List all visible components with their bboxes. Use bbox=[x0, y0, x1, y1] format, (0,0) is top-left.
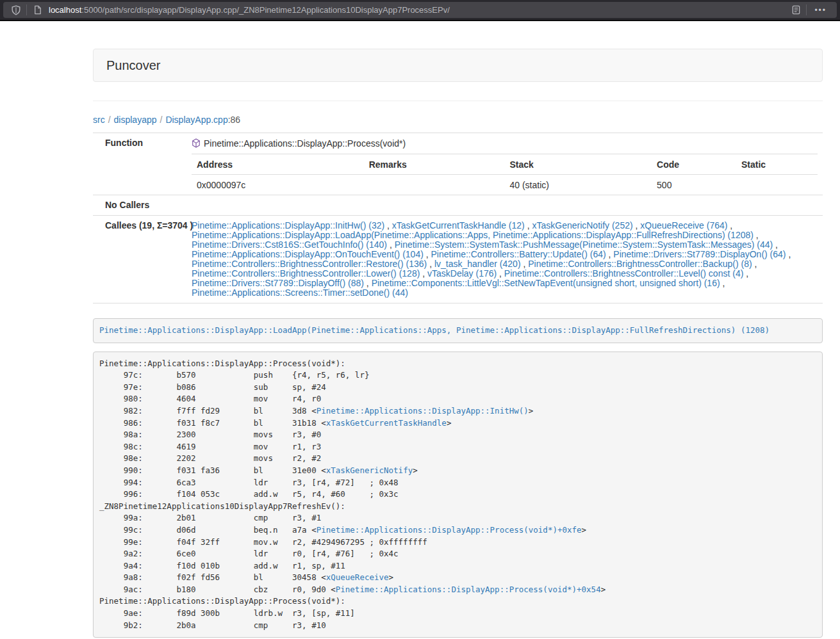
callee-link[interactable]: xTaskGenericNotify (252) bbox=[532, 220, 632, 231]
callee-link[interactable]: Pinetime::Controllers::BrightnessControl… bbox=[192, 268, 420, 279]
callee-separator: , bbox=[743, 268, 748, 279]
page-container: Puncover src/displayapp/DisplayApp.cpp:8… bbox=[93, 49, 823, 638]
callee-link[interactable]: Pinetime::Components::LittleVgl::SetNewT… bbox=[372, 278, 720, 288]
code-line: 9ae: f89d 300b ldrb.w r3, [sp, #11] bbox=[99, 608, 816, 620]
function-name-cell: Pinetime::Applications::DisplayApp::Proc… bbox=[186, 133, 823, 154]
url-host: localhost bbox=[49, 5, 81, 15]
callee-link[interactable]: Pinetime::Drivers::Cst816S::GetTouchInfo… bbox=[192, 239, 387, 250]
breadcrumb-link-src[interactable]: src bbox=[93, 115, 105, 125]
url-bar[interactable]: localhost:5000/path/src/displayapp/Displ… bbox=[3, 2, 837, 18]
callee-link[interactable]: lv_task_handler (420) bbox=[434, 259, 521, 269]
browser-toolbar: localhost:5000/path/src/displayapp/Displ… bbox=[0, 0, 840, 21]
no-callers-cell bbox=[186, 195, 823, 216]
code-line: 97c: b570 push {r4, r5, r6, lr} bbox=[99, 369, 816, 382]
table-row-no-callers: No Callers bbox=[93, 195, 823, 216]
code-symbol-link[interactable]: xQueueReceive bbox=[326, 572, 389, 582]
url-path: :5000/path/src/displayapp/DisplayApp.cpp… bbox=[81, 5, 450, 15]
callee-link[interactable]: Pinetime::Applications::DisplayApp::Init… bbox=[192, 220, 384, 231]
stats-table: Address Remarks Stack Code Static 0x0000… bbox=[192, 154, 818, 195]
callee-separator: , bbox=[521, 259, 529, 269]
callee-separator: , bbox=[633, 220, 641, 231]
callee-separator: , bbox=[384, 220, 392, 231]
code-symbol-link[interactable]: Pinetime::Applications::DisplayApp::Proc… bbox=[336, 585, 601, 594]
col-address: Address bbox=[192, 154, 364, 175]
table-row-callees: Callees (19, Σ=3704 ) Pinetime::Applicat… bbox=[93, 216, 823, 303]
breadcrumb-separator: / bbox=[157, 115, 166, 125]
callee-separator: , bbox=[387, 239, 395, 250]
callee-link[interactable]: vTaskDelay (176) bbox=[427, 268, 497, 279]
callee-separator: , bbox=[752, 259, 757, 269]
code-line: 996: f104 053c add.w r5, r4, #60 ; 0x3c bbox=[99, 489, 816, 501]
code-line: 99e: f04f 32ff mov.w r2, #4294967295 ; 0… bbox=[99, 537, 816, 549]
code-symbol-link[interactable]: Pinetime::Applications::DisplayApp::Init… bbox=[317, 406, 529, 416]
code-line: _ZN8Pinetime12Applications10DisplayApp7R… bbox=[99, 501, 816, 513]
callee-separator: , bbox=[424, 249, 431, 259]
page-icon[interactable] bbox=[29, 3, 45, 18]
code-line: Pinetime::Applications::DisplayApp::Proc… bbox=[99, 358, 816, 370]
disassembly: Pinetime::Applications::DisplayApp::Proc… bbox=[93, 352, 823, 638]
code-line: 99a: 2b01 cmp r3, #1 bbox=[99, 512, 816, 524]
stats-cell: Address Remarks Stack Code Static 0x0000… bbox=[186, 154, 823, 195]
table-row-function: Function Pinetime::Applications::Display… bbox=[93, 133, 823, 154]
breadcrumb-line-number: :86 bbox=[228, 115, 240, 125]
no-callers-label: No Callers bbox=[93, 195, 186, 216]
function-table: Function Pinetime::Applications::Display… bbox=[93, 133, 823, 303]
callee-separator: , bbox=[720, 278, 725, 288]
col-stack: Stack bbox=[504, 154, 652, 175]
breadcrumb-link-file[interactable]: DisplayApp.cpp bbox=[165, 115, 227, 125]
callee-separator: , bbox=[497, 268, 504, 279]
code-value: 500 bbox=[652, 175, 736, 195]
col-static: Static bbox=[736, 154, 818, 175]
callee-separator: , bbox=[773, 239, 778, 250]
code-line: 97e: b086 sub sp, #24 bbox=[99, 382, 816, 394]
callee-separator: , bbox=[525, 220, 532, 231]
callee-link[interactable]: Pinetime::Drivers::St7789::DisplayOff() … bbox=[192, 278, 364, 288]
callee-link[interactable]: xQueueReceive (764) bbox=[640, 220, 727, 231]
callee-link[interactable]: Pinetime::System::SystemTask::PushMessag… bbox=[395, 239, 773, 250]
largest-callee-link[interactable]: Pinetime::Applications::DisplayApp::Load… bbox=[99, 325, 770, 335]
callee-separator: , bbox=[427, 259, 434, 269]
code-symbol-link[interactable]: xTaskGenericNotify bbox=[326, 465, 413, 475]
callee-link[interactable]: Pinetime::Controllers::BrightnessControl… bbox=[504, 268, 743, 279]
address-value: 0x0000097c bbox=[192, 175, 364, 195]
callee-link[interactable]: Pinetime::Applications::Screens::Timer::… bbox=[192, 287, 408, 298]
callee-separator: , bbox=[364, 278, 372, 288]
callee-separator: , bbox=[606, 249, 614, 259]
code-line: 986: f031 f8c7 bl 31b18 <xTaskGetCurrent… bbox=[99, 417, 816, 430]
code-symbol-link[interactable]: xTaskGetCurrentTaskHandle bbox=[326, 418, 447, 428]
title-panel: Puncover bbox=[93, 49, 823, 82]
code-line: 9a2: 6ce0 ldr r0, [r4, #76] ; 0x4c bbox=[99, 548, 816, 560]
code-line: 99c: d06d beq.n a7a <Pinetime::Applicati… bbox=[99, 524, 816, 537]
code-line: 990: f031 fa36 bl 31e00 <xTaskGenericNot… bbox=[99, 465, 816, 477]
callee-separator: , bbox=[420, 268, 427, 279]
shield-icon[interactable] bbox=[8, 3, 24, 18]
more-menu-icon[interactable]: ••• bbox=[809, 6, 832, 15]
code-line: Pinetime::Applications::DisplayApp::Proc… bbox=[99, 595, 816, 608]
stats-header-row: Address Remarks Stack Code Static bbox=[192, 154, 818, 175]
package-cube-icon bbox=[192, 138, 201, 148]
code-symbol-link[interactable]: Pinetime::Applications::DisplayApp::Proc… bbox=[317, 525, 582, 535]
callee-separator: , bbox=[727, 220, 732, 231]
code-line: 98e: 2202 movs r2, #2 bbox=[99, 453, 816, 465]
code-line: 9b2: 2b0a cmp r3, #10 bbox=[99, 620, 816, 632]
callees-label: Callees (19, Σ=3704 ) bbox=[93, 216, 186, 303]
largest-callee-panel: Pinetime::Applications::DisplayApp::Load… bbox=[93, 318, 823, 343]
callee-link[interactable]: Pinetime::Applications::DisplayApp::Load… bbox=[192, 230, 754, 240]
code-line: 9a4: f10d 010b add.w r1, sp, #11 bbox=[99, 560, 816, 572]
code-line: 98c: 4619 mov r1, r3 bbox=[99, 441, 816, 453]
reader-view-icon[interactable] bbox=[788, 3, 803, 18]
col-code: Code bbox=[652, 154, 736, 175]
callee-link[interactable]: Pinetime::Controllers::Battery::Update()… bbox=[431, 249, 606, 259]
breadcrumb-link-displayapp[interactable]: displayapp bbox=[114, 115, 157, 125]
toolbar-separator bbox=[806, 4, 807, 15]
callee-link[interactable]: Pinetime::Controllers::BrightnessControl… bbox=[528, 259, 752, 269]
url-text[interactable]: localhost:5000/path/src/displayapp/Displ… bbox=[49, 5, 788, 15]
code-line: 9ac: b180 cbz r0, 9d0 <Pinetime::Applica… bbox=[99, 584, 816, 596]
callee-link[interactable]: Pinetime::Controllers::BrightnessControl… bbox=[192, 259, 427, 269]
code-line: 980: 4604 mov r4, r0 bbox=[99, 393, 816, 405]
code-line: 98a: 2300 movs r3, #0 bbox=[99, 429, 816, 441]
callee-link[interactable]: Pinetime::Applications::DisplayApp::OnTo… bbox=[192, 249, 424, 259]
code-line: 994: 6ca3 ldr r3, [r4, #72] ; 0x48 bbox=[99, 477, 816, 489]
callee-link[interactable]: xTaskGetCurrentTaskHandle (12) bbox=[392, 220, 525, 231]
callee-link[interactable]: Pinetime::Drivers::St7789::DisplayOn() (… bbox=[613, 249, 786, 259]
